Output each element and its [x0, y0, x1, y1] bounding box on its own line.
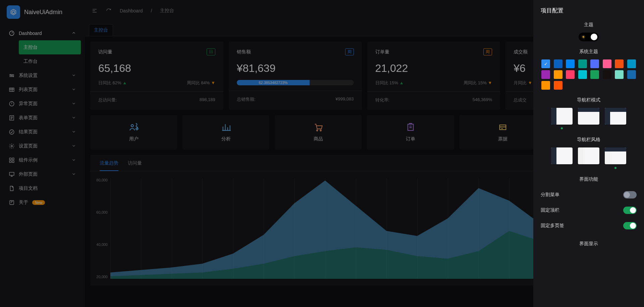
navmode-top[interactable] — [578, 108, 599, 125]
color-swatch[interactable] — [541, 70, 550, 79]
chevron-down-icon — [71, 101, 76, 107]
app-name: NaiveUiAdmin — [24, 9, 62, 16]
color-swatch[interactable] — [541, 81, 550, 90]
sidebar-item-result[interactable]: 结果页面 — [4, 125, 81, 139]
quick-link[interactable]: 用户 — [90, 115, 177, 149]
color-swatch[interactable] — [627, 70, 636, 79]
menu-toggle-icon[interactable] — [92, 8, 98, 14]
color-swatch[interactable] — [566, 70, 575, 79]
logo-area[interactable]: NaiveUiAdmin — [0, 0, 85, 24]
reload-icon[interactable] — [106, 8, 112, 14]
svg-rect-15 — [408, 124, 413, 131]
chart-tab-traffic[interactable]: 流量趋势 — [100, 160, 118, 171]
config-switch[interactable] — [623, 191, 637, 199]
svg-point-14 — [320, 130, 321, 131]
form-icon — [9, 115, 15, 121]
svg-point-4 — [9, 130, 14, 134]
color-swatch[interactable] — [554, 59, 562, 68]
gear-icon — [9, 143, 15, 149]
sidebar-item-form[interactable]: 表单页面 — [4, 111, 81, 125]
navmode-left[interactable] — [551, 108, 573, 125]
sidebar-item-about[interactable]: 关于 New — [4, 195, 81, 210]
section-navstyle: 导航栏风格 — [541, 137, 637, 143]
chart-tab-visits[interactable]: 访问量 — [128, 160, 142, 171]
color-swatch[interactable] — [615, 70, 624, 79]
chevron-down-icon — [71, 115, 76, 121]
quick-link[interactable]: 订单 — [367, 115, 454, 149]
new-badge: New — [32, 200, 45, 205]
logo-icon — [7, 5, 20, 19]
config-switch[interactable] — [623, 222, 637, 229]
section-systheme: 系统主题 — [541, 49, 637, 55]
color-swatch[interactable] — [603, 59, 611, 68]
color-swatch[interactable] — [590, 59, 599, 68]
sidebar-item-exception[interactable]: 异常页面 — [4, 97, 81, 111]
settings-drawer: 项目配置 主题 ☀ 系统主题 导航栏模式 导航栏风格 界面功能 分割菜单固定顶栏… — [533, 0, 644, 307]
quick-link[interactable]: 分析 — [182, 115, 269, 149]
color-swatch[interactable] — [615, 59, 624, 68]
color-swatch[interactable] — [578, 59, 587, 68]
sun-icon: ☀ — [581, 34, 586, 40]
color-swatch[interactable] — [541, 59, 550, 68]
navstyle-dark[interactable] — [551, 147, 573, 164]
section-uifunc: 界面功能 — [541, 176, 637, 182]
chevron-up-icon — [71, 31, 76, 36]
breadcrumb-b[interactable]: 主控台 — [160, 8, 174, 14]
breadcrumb-a[interactable]: Dashboard — [120, 8, 143, 13]
color-swatch[interactable] — [603, 70, 611, 79]
navstyle-header-dark[interactable] — [605, 147, 626, 164]
color-swatch[interactable] — [554, 81, 562, 90]
svg-rect-16 — [500, 125, 506, 130]
chevron-down-icon — [71, 73, 76, 79]
section-navmode: 导航栏模式 — [541, 97, 637, 103]
document-icon — [9, 185, 15, 191]
sidebar-sub-console[interactable]: 主控台 — [19, 40, 81, 54]
sidebar-item-dashboard[interactable]: Dashboard — [4, 26, 81, 40]
section-theme: 主题 — [541, 22, 637, 28]
sidebar-item-external[interactable]: 外部页面 — [4, 167, 81, 181]
tab-console[interactable]: 主控台 — [89, 24, 113, 36]
sidebar-item-label: Dashboard — [19, 31, 42, 36]
toggle-knob — [591, 34, 597, 40]
sidebar-item-docs[interactable]: 项目文档 — [4, 181, 81, 195]
component-icon — [9, 157, 15, 163]
svg-point-5 — [11, 145, 13, 147]
chevron-down-icon — [71, 129, 76, 135]
svg-rect-8 — [9, 161, 11, 163]
chevron-down-icon — [71, 87, 76, 93]
navstyle-light[interactable] — [578, 147, 599, 164]
color-swatch[interactable] — [578, 70, 587, 79]
settings-icon — [9, 73, 15, 79]
svg-rect-10 — [9, 172, 14, 175]
svg-rect-6 — [9, 158, 11, 160]
chevron-down-icon — [71, 158, 76, 163]
sidebar-item-settings[interactable]: 设置页面 — [4, 139, 81, 153]
svg-rect-7 — [12, 158, 14, 160]
color-swatch[interactable] — [566, 59, 575, 68]
app-icon — [9, 200, 15, 206]
chevron-down-icon — [71, 143, 76, 149]
quick-link[interactable]: 商品 — [275, 115, 362, 149]
theme-toggle[interactable]: ☀ — [579, 33, 599, 41]
sidebar-sub-workbench[interactable]: 工作台 — [19, 54, 81, 69]
stat-card: 访问量日 65,168日同比 62% ▲周同比 84% ▼ 总访问量:898,1… — [90, 42, 223, 110]
sidebar-item-system[interactable]: 系统设置 — [4, 69, 81, 83]
check-circle-icon — [9, 129, 15, 135]
drawer-title: 项目配置 — [541, 7, 637, 14]
color-swatch[interactable] — [627, 59, 636, 68]
color-swatch[interactable] — [554, 70, 562, 79]
navmode-mix[interactable] — [605, 108, 626, 125]
desktop-icon — [9, 171, 15, 177]
sidebar-item-list[interactable]: 列表页面 — [4, 83, 81, 97]
table-icon — [9, 87, 15, 93]
dashboard-icon — [9, 30, 15, 36]
svg-rect-1 — [9, 88, 14, 92]
section-uidisplay: 界面显示 — [541, 241, 637, 247]
svg-point-12 — [136, 128, 138, 130]
sidebar-item-components[interactable]: 组件示例 — [4, 153, 81, 167]
sidebar: NaiveUiAdmin Dashboard 主控台 工作台 系统设置 列表页面… — [0, 0, 85, 307]
color-swatch[interactable] — [590, 70, 599, 79]
stat-card: 订单量周 21,022日同比 15% ▲周同比 15% ▼ 转化率:546,36… — [367, 42, 500, 110]
chevron-down-icon — [71, 172, 76, 177]
config-switch[interactable] — [623, 207, 637, 214]
